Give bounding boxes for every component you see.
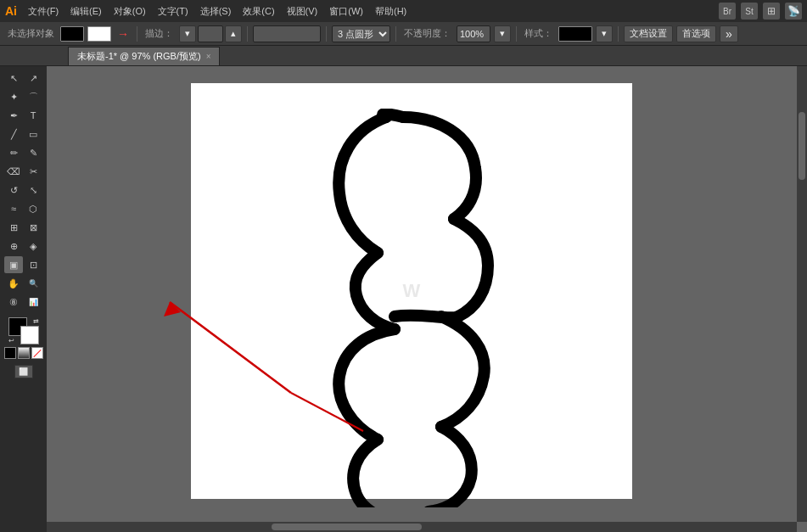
menu-edit[interactable]: 编辑(E) <box>66 3 106 20</box>
stock-icon[interactable]: St <box>741 3 758 20</box>
gradient-swatch[interactable] <box>18 347 30 359</box>
main-area: ↖ ↗ ✦ ⌒ ✒ T ╱ ▭ ✏ ✎ ⌫ ✂ ↺ ⤡ <box>0 66 807 532</box>
brush-select[interactable]: 3 点圆形 <box>332 25 390 42</box>
menu-select[interactable]: 选择(S) <box>196 3 236 20</box>
tool-row-3: ✒ T <box>2 107 45 124</box>
paintbrush-tool[interactable]: ✏ <box>4 144 23 161</box>
menu-view[interactable]: 视图(V) <box>283 3 322 20</box>
divider-4 <box>395 26 396 42</box>
tool-row-2: ✦ ⌒ <box>2 88 45 105</box>
screen-mode-btn[interactable]: ⬜ <box>14 365 33 378</box>
pen-tool[interactable]: ✒ <box>4 107 23 124</box>
app-logo: Ai <box>5 4 17 18</box>
slice-tool[interactable]: ⊡ <box>24 256 42 273</box>
menu-window[interactable]: 窗口(W) <box>325 3 367 20</box>
pencil-tool[interactable]: ✎ <box>24 144 42 161</box>
chart-tool[interactable]: 📊 <box>24 294 42 311</box>
menu-help[interactable]: 帮助(H) <box>371 3 411 20</box>
horizontal-scrollbar-thumb[interactable] <box>272 524 422 530</box>
tool-row-9: ⊞ ⊠ <box>2 219 45 236</box>
grid-icon[interactable]: ⊞ <box>763 3 780 20</box>
live-paint-tool[interactable]: ◈ <box>24 238 42 255</box>
rect-tool[interactable]: ▭ <box>24 126 42 143</box>
mesh-tool[interactable]: ⊠ <box>24 219 42 236</box>
stroke-value[interactable] <box>198 25 223 42</box>
tool-row-8: ≈ ⬡ <box>2 200 45 217</box>
none-swatch[interactable] <box>31 347 43 359</box>
style-label: 样式： <box>522 27 555 40</box>
none-color-swatch[interactable] <box>4 347 16 359</box>
warp-tool[interactable]: ≈ <box>4 200 23 217</box>
tab-close[interactable]: × <box>206 52 211 61</box>
extra-button[interactable]: » <box>720 25 738 42</box>
stroke-up[interactable]: ▴ <box>225 25 242 42</box>
swap-icon[interactable]: ⇄ <box>33 317 39 325</box>
options-bar: 未选择对象 → 描边： ▾ ▴ 3 点圆形 不透明度： ▾ 样式： ▾ 文档设置… <box>0 22 807 46</box>
background-swatch[interactable] <box>20 326 39 344</box>
hand-tool[interactable]: ✋ <box>4 275 23 292</box>
opacity-label: 不透明度： <box>401 27 453 40</box>
opacity-down[interactable]: ▾ <box>494 25 511 42</box>
zoom-tool[interactable]: 🔍 <box>24 275 42 292</box>
scissors-tool[interactable]: ✂ <box>24 163 42 180</box>
vertical-scrollbar-thumb[interactable] <box>799 112 805 181</box>
tool-row-6: ⌫ ✂ <box>2 163 45 180</box>
divider-1 <box>137 26 137 42</box>
horizontal-scrollbar[interactable] <box>47 522 797 532</box>
eraser-tool[interactable]: ⌫ <box>4 163 23 180</box>
line-tool[interactable]: ╱ <box>4 126 23 143</box>
magic-wand-tool[interactable]: ✦ <box>4 88 23 105</box>
color-section: ⇄ ↩ ⬜ <box>2 317 45 378</box>
tool-row-11: ▣ ⊡ <box>2 256 45 273</box>
free-transform-tool[interactable]: ⬡ <box>24 200 42 217</box>
artboard-tool[interactable]: ▣ <box>4 256 23 273</box>
direct-select-tool[interactable]: ↗ <box>24 70 42 87</box>
tool-row-10: ⊕ ◈ <box>2 238 45 255</box>
tool-row-13: ⑧ 📊 <box>2 294 45 311</box>
tab-bar: 未标题-1* @ 97% (RGB/预览) × <box>0 46 807 66</box>
stroke-swatch[interactable] <box>87 26 111 42</box>
select-tool[interactable]: ↖ <box>4 70 23 87</box>
blend-tool[interactable]: ⑧ <box>4 294 23 311</box>
stroke-down[interactable]: ▾ <box>179 25 196 42</box>
menu-type[interactable]: 文字(T) <box>154 3 193 20</box>
tool-row-12: ✋ 🔍 <box>2 275 45 292</box>
preferences-button[interactable]: 首选项 <box>676 25 716 42</box>
style-swatch[interactable] <box>558 26 592 42</box>
stroke-controls: ▾ ▴ <box>179 25 242 42</box>
tool-row-7: ↺ ⤡ <box>2 182 45 199</box>
reset-colors-icon[interactable]: ↩ <box>8 337 14 344</box>
perspective-tool[interactable]: ⊞ <box>4 219 23 236</box>
svg-marker-1 <box>164 302 181 316</box>
tool-row-5: ✏ ✎ <box>2 144 45 161</box>
opacity-value[interactable] <box>457 25 490 42</box>
vertical-scrollbar[interactable] <box>797 66 807 522</box>
type-tool[interactable]: T <box>24 107 42 124</box>
tab-title: 未标题-1* @ 97% (RGB/预览) <box>77 50 201 63</box>
stroke-arrow[interactable]: → <box>115 26 132 42</box>
scale-tool[interactable]: ⤡ <box>24 182 42 199</box>
divider-5 <box>516 26 517 42</box>
bridge-icon[interactable]: Br <box>719 3 736 20</box>
menu-effect[interactable]: 效果(C) <box>238 3 278 20</box>
lasso-tool[interactable]: ⌒ <box>24 88 42 105</box>
menu-file[interactable]: 文件(F) <box>24 3 63 20</box>
document-settings-button[interactable]: 文档设置 <box>624 25 673 42</box>
document-tab[interactable]: 未标题-1* @ 97% (RGB/预览) × <box>68 47 220 65</box>
right-icons: Br St ⊞ 📡 <box>719 3 802 20</box>
divider-6 <box>618 26 619 42</box>
artwork-svg <box>310 109 530 507</box>
shape-builder-tool[interactable]: ⊕ <box>4 238 23 255</box>
canvas-area[interactable]: W <box>47 66 807 532</box>
swatch-area: ⇄ ↩ <box>8 317 39 344</box>
menu-object[interactable]: 对象(O) <box>109 3 150 20</box>
variable-input[interactable] <box>253 25 321 42</box>
style-down[interactable]: ▾ <box>596 25 613 42</box>
indicator-swatches <box>4 347 43 359</box>
antenna-icon[interactable]: 📡 <box>785 3 802 20</box>
toolbar: ↖ ↗ ✦ ⌒ ✒ T ╱ ▭ ✏ ✎ ⌫ ✂ ↺ ⤡ <box>0 66 47 532</box>
divider-3 <box>326 26 327 42</box>
rotate-tool[interactable]: ↺ <box>4 182 23 199</box>
no-selection-label: 未选择对象 <box>5 27 57 40</box>
fill-swatch[interactable] <box>60 26 84 42</box>
